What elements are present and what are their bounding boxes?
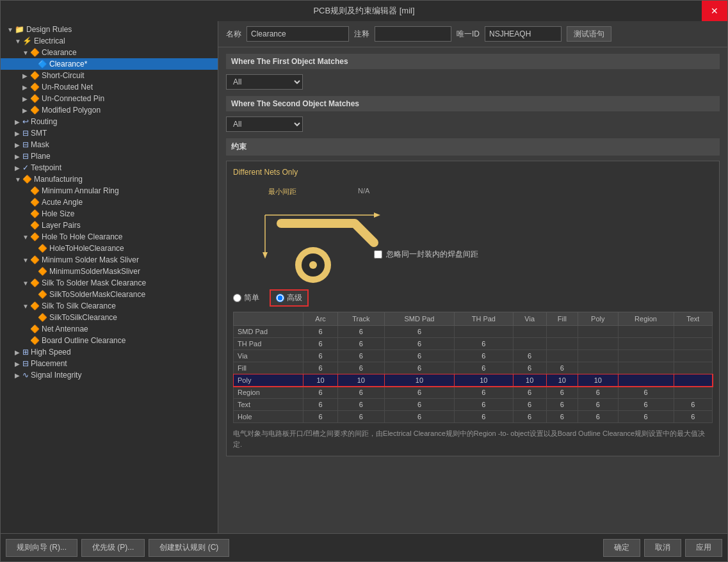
cell-track[interactable]: 10 <box>337 374 384 387</box>
tree-hole-to-hole[interactable]: ▼ 🔶 Hole To Hole Clearance <box>1 231 218 243</box>
tree-layer-pairs[interactable]: 🔶 Layer Pairs <box>1 220 218 231</box>
cell-arc[interactable]: 6 <box>303 338 338 350</box>
tree-clearance-group[interactable]: ▼ 🔶 Clearance <box>1 47 218 58</box>
cell-region[interactable] <box>618 362 674 374</box>
simple-radio[interactable]: 简单 <box>233 293 259 303</box>
advanced-radio-input[interactable] <box>276 294 284 302</box>
cell-fill[interactable]: 6 <box>546 411 578 423</box>
name-input[interactable] <box>247 26 349 42</box>
cell-smd-pad[interactable]: 6 <box>384 399 454 411</box>
cancel-button[interactable]: 取消 <box>644 539 681 557</box>
table-row[interactable]: TH Pad6666 <box>234 338 713 350</box>
cell-track[interactable]: 6 <box>337 326 384 338</box>
cell-arc[interactable]: 10 <box>303 374 338 387</box>
cell-text[interactable] <box>674 350 712 362</box>
cell-fill[interactable]: 6 <box>546 387 578 399</box>
ignore-checkbox[interactable] <box>374 250 382 259</box>
cell-via[interactable]: 6 <box>513 411 546 423</box>
tree-silk-solder[interactable]: ▼ 🔶 Silk To Solder Mask Clearance <box>1 277 218 289</box>
cell-text[interactable]: 6 <box>674 411 712 423</box>
cell-th-pad[interactable]: 6 <box>455 350 513 362</box>
cell-track[interactable]: 6 <box>337 411 384 423</box>
table-row[interactable]: Region66666666 <box>234 387 713 399</box>
cell-track[interactable]: 6 <box>337 399 384 411</box>
tree-hole-size[interactable]: 🔶 Hole Size <box>1 208 218 220</box>
cell-smd-pad[interactable]: 6 <box>384 411 454 423</box>
test-btn[interactable]: 测试语句 <box>567 26 611 42</box>
cell-th-pad[interactable]: 6 <box>455 399 513 411</box>
cell-region[interactable] <box>618 338 674 350</box>
cell-poly[interactable] <box>578 350 618 362</box>
cell-smd-pad[interactable]: 6 <box>384 326 454 338</box>
tree-min-solder-mask-item[interactable]: 🔶 MinimumSolderMaskSliver <box>1 266 218 277</box>
cell-via[interactable] <box>513 338 546 350</box>
cell-poly[interactable]: 6 <box>578 411 618 423</box>
cell-text[interactable] <box>674 374 712 387</box>
tree-smt[interactable]: ▶ ⊟ SMT <box>1 127 218 139</box>
cell-poly[interactable]: 10 <box>578 374 618 387</box>
tree-acute-angle[interactable]: 🔶 Acute Angle <box>1 197 218 208</box>
tree-unrouted-net[interactable]: ▶ 🔶 Un-Routed Net <box>1 81 218 93</box>
cell-via[interactable] <box>513 326 546 338</box>
cell-fill[interactable]: 10 <box>546 374 578 387</box>
tree-placement[interactable]: ▶ ⊟ Placement <box>1 358 218 369</box>
cell-smd-pad[interactable]: 6 <box>384 362 454 374</box>
cell-smd-pad[interactable]: 10 <box>384 374 454 387</box>
tree-clearance-item[interactable]: 🔷 Clearance* <box>1 58 218 70</box>
cell-region[interactable] <box>618 326 674 338</box>
cell-text[interactable] <box>674 326 712 338</box>
tree-silk-solder-item[interactable]: 🔶 SilkToSolderMaskClearance <box>1 289 218 300</box>
cell-smd-pad[interactable]: 6 <box>384 350 454 362</box>
cell-via[interactable]: 6 <box>513 399 546 411</box>
tree-high-speed[interactable]: ▶ ⊞ High Speed <box>1 346 218 358</box>
cell-region[interactable] <box>618 350 674 362</box>
id-input[interactable] <box>485 26 562 42</box>
create-defaults-button[interactable]: 创建默认规则 (C) <box>149 539 229 557</box>
table-row[interactable]: SMD Pad666 <box>234 326 713 338</box>
cell-text[interactable] <box>674 387 712 399</box>
close-button[interactable]: ✕ <box>702 1 727 21</box>
cell-region[interactable]: 6 <box>618 411 674 423</box>
cell-poly[interactable]: 6 <box>578 387 618 399</box>
tree-silk-silk[interactable]: ▼ 🔶 Silk To Silk Clearance <box>1 300 218 312</box>
tree-unconnected-pin[interactable]: ▶ 🔶 Un-Connected Pin <box>1 93 218 104</box>
cell-region[interactable] <box>618 374 674 387</box>
cell-poly[interactable] <box>578 326 618 338</box>
table-row[interactable]: Fill666666 <box>234 362 713 374</box>
tree-root[interactable]: ▼ 📁 Design Rules <box>1 24 218 35</box>
cell-text[interactable]: 6 <box>674 399 712 411</box>
cell-text[interactable] <box>674 338 712 350</box>
table-row[interactable]: Poly10101010101010 <box>234 374 713 387</box>
cell-arc[interactable]: 6 <box>303 326 338 338</box>
tree-signal-integrity[interactable]: ▶ ∿ Signal Integrity <box>1 369 218 381</box>
cell-via[interactable]: 10 <box>513 374 546 387</box>
cell-fill[interactable] <box>546 338 578 350</box>
cell-via[interactable]: 6 <box>513 362 546 374</box>
cell-arc[interactable]: 6 <box>303 411 338 423</box>
simple-radio-input[interactable] <box>233 294 241 302</box>
cell-smd-pad[interactable]: 6 <box>384 338 454 350</box>
cell-via[interactable]: 6 <box>513 387 546 399</box>
table-row[interactable]: Via66666 <box>234 350 713 362</box>
cell-fill[interactable] <box>546 350 578 362</box>
cell-th-pad[interactable] <box>455 326 513 338</box>
tree-manufacturing[interactable]: ▼ 🔶 Manufacturing <box>1 173 218 185</box>
priority-button[interactable]: 优先级 (P)... <box>81 539 145 557</box>
table-row[interactable]: Text666666666 <box>234 399 713 411</box>
cell-arc[interactable]: 6 <box>303 399 338 411</box>
tree-min-solder-mask[interactable]: ▼ 🔶 Minimum Solder Mask Sliver <box>1 254 218 266</box>
apply-button[interactable]: 应用 <box>685 539 722 557</box>
first-object-select[interactable]: All <box>226 74 303 90</box>
tree-net-antennae[interactable]: 🔶 Net Antennae <box>1 323 218 335</box>
cell-th-pad[interactable]: 6 <box>455 338 513 350</box>
tree-short-circuit[interactable]: ▶ 🔶 Short-Circuit <box>1 70 218 81</box>
cell-track[interactable]: 6 <box>337 338 384 350</box>
tree-min-annular[interactable]: 🔶 Minimum Annular Ring <box>1 185 218 197</box>
tree-routing[interactable]: ▶ ↩ Routing <box>1 116 218 127</box>
cell-fill[interactable]: 6 <box>546 362 578 374</box>
rules-wizard-button[interactable]: 规则向导 (R)... <box>6 539 77 557</box>
cell-th-pad[interactable]: 6 <box>455 362 513 374</box>
tree-testpoint[interactable]: ▶ ✓ Testpoint <box>1 162 218 173</box>
cell-fill[interactable] <box>546 326 578 338</box>
cell-smd-pad[interactable]: 6 <box>384 387 454 399</box>
